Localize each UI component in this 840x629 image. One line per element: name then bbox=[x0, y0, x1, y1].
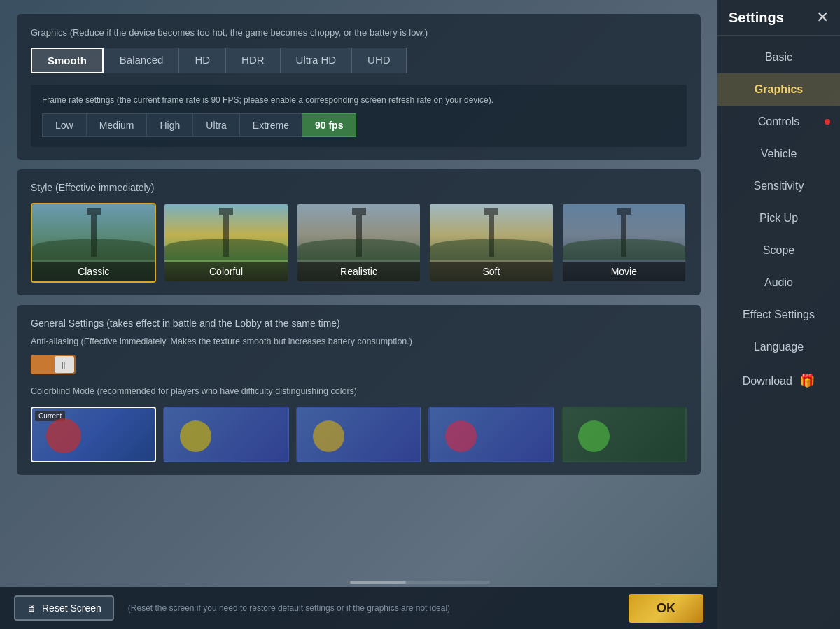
general-settings-title: General Settings (takes effect in battle… bbox=[31, 318, 687, 329]
general-settings-panel: General Settings (takes effect in battle… bbox=[17, 305, 701, 475]
colorblind-card-1[interactable]: Current bbox=[31, 407, 156, 462]
current-badge: Current bbox=[35, 411, 65, 421]
main-content: Graphics (Reduce if the device becomes t… bbox=[0, 0, 718, 629]
quality-tabs: Smooth Balanced HD HDR Ultra HD UHD bbox=[31, 48, 687, 73]
sidebar-item-language[interactable]: Language bbox=[718, 331, 840, 363]
quality-tab-smooth[interactable]: Smooth bbox=[31, 48, 104, 73]
trees-decor bbox=[32, 239, 155, 260]
trees-decor-3 bbox=[298, 239, 420, 260]
sidebar-item-controls[interactable]: Controls bbox=[718, 106, 840, 138]
sidebar-header: Settings ✕ bbox=[718, 0, 840, 36]
colorblind-card-4[interactable] bbox=[428, 407, 554, 462]
colorblind-cards: Current bbox=[31, 407, 687, 462]
sidebar-item-sensitivity[interactable]: Sensitivity bbox=[718, 170, 840, 202]
monitor-icon: 🖥 bbox=[27, 602, 36, 614]
graphics-quality-panel: Graphics (Reduce if the device becomes t… bbox=[17, 14, 701, 160]
bottom-spacer bbox=[17, 485, 701, 534]
sidebar-item-pickup[interactable]: Pick Up bbox=[718, 202, 840, 234]
fps-tab-high[interactable]: High bbox=[146, 113, 192, 137]
style-card-soft-label: Soft bbox=[430, 262, 552, 281]
style-card-classic-label: Classic bbox=[32, 262, 155, 281]
sidebar-item-scope[interactable]: Scope bbox=[718, 234, 840, 267]
sidebar-nav: Basic Graphics Controls Vehicle Sensitiv… bbox=[718, 36, 840, 629]
scrollbar-thumb[interactable] bbox=[350, 581, 406, 584]
trees-decor-5 bbox=[563, 239, 685, 260]
style-card-colorful[interactable]: Colorful bbox=[163, 203, 288, 283]
style-card-movie-label: Movie bbox=[563, 262, 685, 281]
fps-tab-medium[interactable]: Medium bbox=[86, 113, 147, 137]
sidebar-item-basic[interactable]: Basic bbox=[718, 41, 840, 73]
frame-rate-desc: Frame rate settings (the current frame r… bbox=[42, 94, 676, 106]
colorblind-card-5[interactable] bbox=[561, 407, 687, 462]
colorblind-label: Colorblind Mode (recommended for players… bbox=[31, 386, 687, 398]
sidebar-title: Settings bbox=[729, 10, 784, 26]
style-card-soft[interactable]: Soft bbox=[428, 203, 554, 283]
anti-alias-toggle-row: ||| bbox=[31, 355, 687, 374]
reset-desc: (Reset the screen if you need to restore… bbox=[128, 603, 615, 613]
anti-alias-toggle[interactable]: ||| bbox=[31, 355, 76, 374]
reset-screen-button[interactable]: 🖥 Reset Screen bbox=[14, 595, 114, 621]
quality-tab-ultrahd[interactable]: Ultra HD bbox=[280, 48, 352, 73]
toggle-handle: ||| bbox=[55, 356, 74, 373]
quality-tab-balanced[interactable]: Balanced bbox=[104, 48, 179, 73]
fps-tabs: Low Medium High Ultra Extreme 90 fps bbox=[42, 113, 676, 137]
quality-tab-hd[interactable]: HD bbox=[178, 48, 225, 73]
frame-rate-section: Frame rate settings (the current frame r… bbox=[31, 85, 687, 147]
sidebar-item-vehicle[interactable]: Vehicle bbox=[718, 138, 840, 170]
fps-tab-low[interactable]: Low bbox=[42, 113, 86, 137]
colorblind-card-2[interactable] bbox=[163, 407, 288, 462]
colorblind-card-3[interactable] bbox=[296, 407, 421, 462]
style-card-colorful-label: Colorful bbox=[164, 262, 287, 281]
style-card-classic[interactable]: Classic bbox=[31, 203, 156, 283]
gift-icon: 🎁 bbox=[799, 374, 815, 388]
graphics-quality-desc: Graphics (Reduce if the device becomes t… bbox=[31, 27, 687, 39]
sidebar-item-effect-settings[interactable]: Effect Settings bbox=[718, 299, 840, 331]
trees-decor-4 bbox=[430, 239, 552, 260]
ok-button[interactable]: OK bbox=[629, 594, 704, 623]
close-button[interactable]: ✕ bbox=[816, 8, 829, 27]
bottom-bar: 🖥 Reset Screen (Reset the screen if you … bbox=[0, 587, 718, 629]
quality-tab-uhd[interactable]: UHD bbox=[351, 48, 407, 73]
sidebar: Settings ✕ Basic Graphics Controls Vehic… bbox=[718, 0, 840, 629]
fps-tab-ultra[interactable]: Ultra bbox=[192, 113, 239, 137]
style-card-realistic[interactable]: Realistic bbox=[296, 203, 421, 283]
style-card-movie[interactable]: Movie bbox=[561, 203, 687, 283]
sidebar-item-download[interactable]: Download 🎁 bbox=[718, 363, 840, 398]
style-cards: Classic Colorful Reali bbox=[31, 203, 687, 283]
style-panel: Style (Effective immediately) Classic bbox=[17, 169, 701, 295]
fps-tab-extreme[interactable]: Extreme bbox=[239, 113, 302, 137]
sidebar-item-graphics[interactable]: Graphics bbox=[718, 73, 840, 106]
anti-alias-label: Anti-aliasing (Effective immediately. Ma… bbox=[31, 336, 687, 348]
trees-decor-2 bbox=[164, 239, 287, 260]
style-card-realistic-label: Realistic bbox=[298, 262, 420, 281]
quality-tab-hdr[interactable]: HDR bbox=[225, 48, 280, 73]
fps-tab-90[interactable]: 90 fps bbox=[302, 113, 356, 137]
scrollbar-track bbox=[350, 581, 490, 584]
style-label: Style (Effective immediately) bbox=[31, 182, 687, 193]
sidebar-item-audio[interactable]: Audio bbox=[718, 267, 840, 299]
